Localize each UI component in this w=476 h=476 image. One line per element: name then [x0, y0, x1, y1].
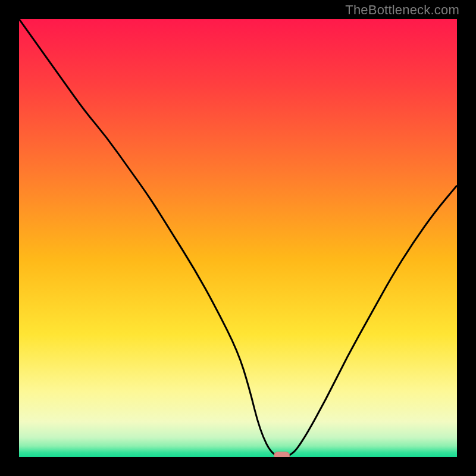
optimal-point-marker	[274, 452, 290, 458]
plot-area	[19, 19, 457, 457]
gradient-background	[19, 19, 457, 457]
bottleneck-curve-chart	[19, 19, 457, 457]
chart-frame: TheBottleneck.com	[0, 0, 476, 476]
watermark-text: TheBottleneck.com	[345, 2, 459, 18]
